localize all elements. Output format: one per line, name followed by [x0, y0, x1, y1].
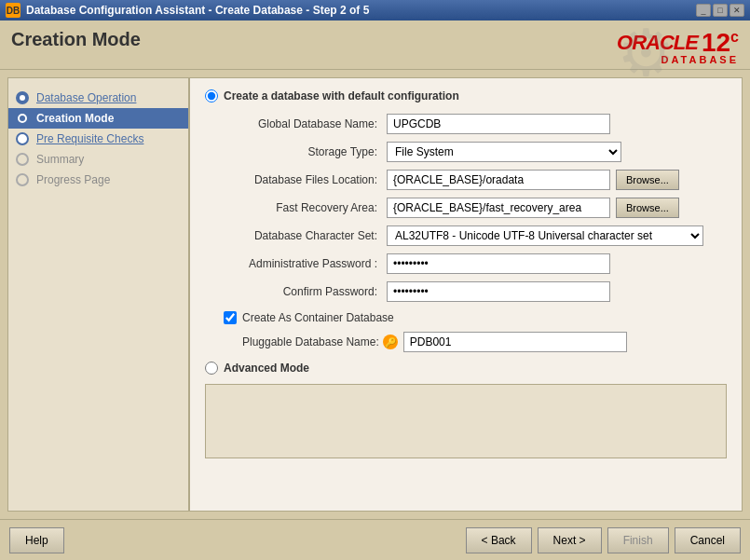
radio-advanced-label: Advanced Mode — [224, 362, 309, 375]
minimize-button[interactable]: _ — [696, 4, 711, 17]
step-creation-mode[interactable]: Creation Mode — [8, 108, 188, 129]
description-box — [205, 384, 727, 458]
pdb-name-input[interactable] — [403, 332, 627, 352]
help-button[interactable]: Help — [9, 527, 64, 553]
form-grid: Global Database Name: Storage Type: File… — [224, 114, 727, 302]
global-db-name-label: Global Database Name: — [224, 117, 387, 130]
pdb-name-row: Pluggable Database Name: 🔑 — [242, 332, 727, 352]
step-label-1[interactable]: Database Operation — [36, 91, 136, 104]
maximize-button[interactable]: □ — [713, 4, 728, 17]
step-bullet-3 — [16, 132, 29, 145]
storage-type-row: Storage Type: File System ASM — [224, 142, 727, 162]
back-button[interactable]: < Back — [466, 527, 532, 553]
db-charset-row: Database Character Set: AL32UTF8 - Unico… — [224, 225, 727, 246]
db-files-location-label: Database Files Location: — [224, 173, 387, 186]
app-icon: DB — [6, 3, 20, 18]
browse-files-button[interactable]: Browse... — [616, 170, 679, 190]
confirm-password-input[interactable] — [387, 281, 610, 302]
browse-recovery-button[interactable]: Browse... — [616, 198, 679, 218]
radio-default-option[interactable]: Create a database with default configura… — [205, 89, 727, 102]
pdb-key-icon: 🔑 — [383, 335, 398, 349]
content-area: Database Operation Creation Mode Pre Req… — [0, 70, 750, 519]
step-bullet-1 — [16, 91, 29, 104]
gear-decoration: ⚙ — [617, 20, 675, 86]
cancel-button[interactable]: Cancel — [675, 527, 741, 553]
window-title: Database Configuration Assistant - Creat… — [26, 4, 369, 17]
page-title: Creation Mode — [11, 28, 141, 50]
step-label-4: Summary — [36, 153, 84, 166]
storage-type-select[interactable]: File System ASM — [387, 142, 621, 162]
admin-password-row: Administrative Password : — [224, 253, 727, 274]
radio-default-label: Create a database with default configura… — [224, 89, 459, 102]
confirm-password-label: Confirm Password: — [224, 285, 387, 298]
bottom-right-buttons: < Back Next > Finish Cancel — [466, 527, 741, 553]
radio-advanced-option[interactable]: Advanced Mode — [205, 362, 727, 375]
close-button[interactable]: ✕ — [730, 4, 744, 17]
pdb-name-label: Pluggable Database Name: 🔑 — [242, 335, 403, 349]
storage-type-label: Storage Type: — [224, 145, 387, 158]
step-bullet-5 — [16, 173, 29, 186]
bottom-bar: Help < Back Next > Finish Cancel — [0, 519, 750, 560]
container-db-label: Create As Container Database — [242, 311, 394, 324]
bottom-left-buttons: Help — [9, 527, 64, 553]
step-summary: Summary — [8, 149, 188, 170]
step-label-5: Progress Page — [36, 173, 110, 186]
radio-advanced-input[interactable] — [205, 362, 218, 375]
page-title-area: Creation Mode — [11, 28, 141, 50]
fast-recovery-input[interactable] — [387, 198, 610, 218]
steps-sidebar: Database Operation Creation Mode Pre Req… — [7, 77, 189, 512]
container-db-row[interactable]: Create As Container Database — [224, 311, 727, 324]
confirm-password-row: Confirm Password: — [224, 281, 727, 302]
fast-recovery-label: Fast Recovery Area: — [224, 201, 387, 214]
window-controls[interactable]: _ □ ✕ — [696, 4, 744, 17]
step-prerequisite-checks[interactable]: Pre Requisite Checks — [8, 129, 188, 149]
radio-default-input[interactable] — [205, 89, 218, 102]
db-charset-label: Database Character Set: — [224, 229, 387, 242]
fast-recovery-row: Fast Recovery Area: Browse... — [224, 198, 727, 218]
finish-button[interactable]: Finish — [607, 527, 669, 553]
db-files-location-row: Database Files Location: Browse... — [224, 170, 727, 190]
main-window: Creation Mode ORACLE 12c DATABASE ⚙ Data… — [0, 20, 750, 560]
pdb-label-text: Pluggable Database Name: — [242, 335, 379, 348]
global-db-name-row: Global Database Name: — [224, 114, 727, 134]
step-database-operation[interactable]: Database Operation — [8, 88, 188, 108]
step-progress-page: Progress Page — [8, 170, 188, 190]
admin-password-label: Administrative Password : — [224, 257, 387, 270]
right-panel: Create a database with default configura… — [189, 77, 743, 512]
db-charset-select[interactable]: AL32UTF8 - Unicode UTF-8 Universal chara… — [387, 225, 703, 246]
db-files-location-input[interactable] — [387, 170, 610, 190]
global-db-name-input[interactable] — [387, 114, 610, 134]
step-label-3[interactable]: Pre Requisite Checks — [36, 132, 143, 145]
container-db-checkbox[interactable] — [224, 311, 237, 324]
next-button[interactable]: Next > — [538, 527, 602, 553]
step-label-2[interactable]: Creation Mode — [36, 112, 114, 125]
step-bullet-4 — [16, 153, 29, 166]
step-bullet-2 — [16, 112, 29, 125]
admin-password-input[interactable] — [387, 253, 610, 274]
